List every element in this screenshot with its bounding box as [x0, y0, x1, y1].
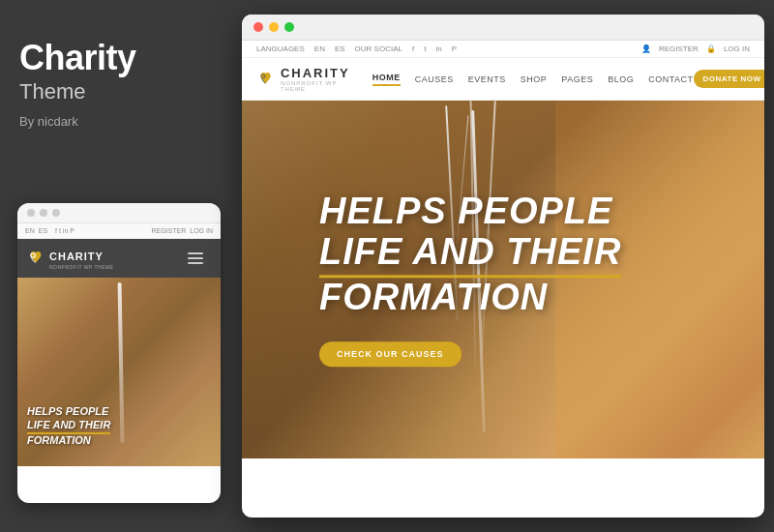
twitter-icon: t	[424, 44, 426, 53]
site-register-link[interactable]: REGISTER	[659, 44, 699, 53]
mobile-logo-tagline: NONPROFIT WP THEME	[49, 264, 114, 270]
site-lang-es[interactable]: ES	[335, 44, 345, 53]
site-top-right: 👤 REGISTER 🔒 LOG IN	[641, 44, 750, 53]
hero-cta-button[interactable]: CHECK OUR CAUSES	[319, 342, 461, 368]
menu-item-events[interactable]: EVENTS	[468, 74, 506, 84]
mobile-lang: EN ES f t in P	[25, 227, 74, 234]
mobile-lang-en: EN	[25, 227, 35, 234]
mobile-header: CHARITY NONPROFIT WP THEME	[17, 239, 221, 278]
theme-title: Charity	[19, 39, 218, 77]
hamburger-line-2	[188, 257, 203, 259]
mobile-logo-text-wrap: CHARITY NONPROFIT WP THEME	[49, 247, 114, 270]
mobile-logo-icon	[27, 250, 45, 267]
hero-headline: HELPS PEOPLE LIFE AND THEIR FORMATION	[319, 192, 621, 317]
site-lang-en[interactable]: EN	[314, 44, 325, 53]
menu-item-home[interactable]: HOME	[372, 73, 401, 86]
facebook-icon: f	[412, 44, 414, 53]
linkedin-icon: in	[435, 44, 441, 53]
browser-bar	[242, 15, 764, 41]
site-hero: HELPS PEOPLE LIFE AND THEIR FORMATION CH…	[242, 101, 764, 458]
hamburger-line-3	[188, 262, 203, 264]
donate-button[interactable]: DONATE NOW	[694, 70, 764, 88]
hero-content: HELPS PEOPLE LIFE AND THEIR FORMATION CH…	[319, 192, 621, 367]
site-logo-icon	[256, 69, 275, 90]
mobile-logo-name: CHARITY	[49, 251, 104, 262]
menu-item-pages[interactable]: PAGES	[561, 74, 593, 84]
site-logo-text: CHARITY NONPROFIT WP THEME	[281, 66, 353, 92]
mobile-hero-line2: LIFE AND THEIR	[27, 419, 110, 434]
site-logo-tagline: NONPROFIT WP THEME	[281, 80, 353, 92]
site-top-bar: LANGUAGES EN ES OUR SOCIAL f t in P 👤 RE…	[242, 41, 764, 58]
mobile-hero-line3: FORMATION	[27, 434, 211, 447]
mobile-auth: REGISTER LOG IN	[151, 227, 213, 234]
mobile-hero-line1: HELPS PEOPLE	[27, 405, 211, 418]
mobile-hamburger-icon[interactable]	[180, 248, 211, 269]
hero-line2-text: LIFE AND THEIR	[319, 232, 621, 278]
menu-item-causes[interactable]: CAUSES	[415, 74, 454, 84]
site-our-social-label: OUR SOCIAL	[355, 44, 402, 53]
mobile-dot-1	[27, 209, 35, 217]
mobile-preview: EN ES f t in P REGISTER LOG IN CHARITY N…	[17, 203, 221, 503]
mobile-login: LOG IN	[190, 227, 213, 234]
mobile-register: REGISTER	[151, 227, 186, 234]
mobile-browser-bar	[17, 203, 221, 223]
hamburger-line-1	[188, 252, 203, 254]
lock-icon: 🔒	[706, 44, 716, 53]
menu-item-contact[interactable]: CONTACT	[648, 74, 693, 84]
browser-dot-red	[253, 22, 263, 32]
theme-author: By nicdark	[19, 114, 218, 129]
hero-line2: LIFE AND THEIR	[319, 232, 621, 278]
browser-dot-yellow	[269, 22, 279, 32]
mobile-hero: HELPS PEOPLE LIFE AND THEIR FORMATION	[17, 278, 221, 466]
theme-subtitle: Theme	[19, 79, 218, 104]
menu-item-shop[interactable]: SHOP	[521, 74, 548, 84]
site-top-left: LANGUAGES EN ES OUR SOCIAL f t in P	[256, 44, 457, 53]
register-icon: 👤	[641, 44, 651, 53]
mobile-top-bar: EN ES f t in P REGISTER LOG IN	[17, 223, 221, 239]
mobile-dot-3	[52, 209, 60, 217]
left-panel: Charity Theme By nicdark EN ES f t in P …	[0, 0, 237, 532]
pinterest-icon: P	[452, 44, 457, 53]
hero-line3: FORMATION	[319, 278, 621, 318]
site-languages-label: LANGUAGES	[256, 44, 305, 53]
mobile-logo: CHARITY NONPROFIT WP THEME	[27, 247, 114, 270]
main-preview: LANGUAGES EN ES OUR SOCIAL f t in P 👤 RE…	[242, 15, 764, 517]
mobile-hero-content: HELPS PEOPLE LIFE AND THEIR FORMATION	[27, 405, 211, 447]
menu-item-blog[interactable]: BLOG	[608, 74, 634, 84]
site-nav: CHARITY NONPROFIT WP THEME HOME CAUSES E…	[242, 58, 764, 101]
mobile-social-icons: f t in P	[55, 227, 74, 234]
browser-dot-green	[284, 22, 294, 32]
mobile-lang-es: ES	[39, 227, 47, 234]
hero-line1: HELPS PEOPLE	[319, 192, 621, 232]
site-menu: HOME CAUSES EVENTS SHOP PAGES BLOG CONTA…	[372, 73, 694, 86]
mobile-dot-2	[40, 209, 47, 217]
site-logo-name: CHARITY	[281, 66, 353, 80]
site-login-link[interactable]: LOG IN	[724, 44, 750, 53]
site-logo: CHARITY NONPROFIT WP THEME	[256, 66, 353, 92]
mobile-hero-text: HELPS PEOPLE LIFE AND THEIR FORMATION	[27, 405, 211, 447]
